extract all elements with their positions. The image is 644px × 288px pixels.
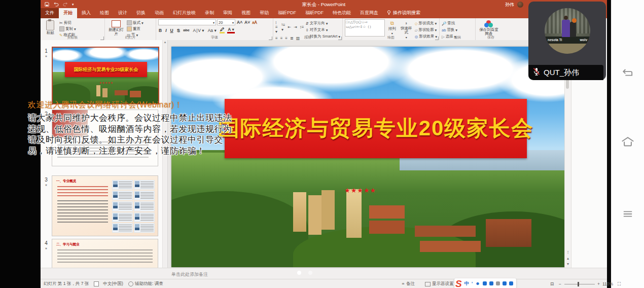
zoom-slider[interactable] xyxy=(564,284,595,284)
fit-to-window-icon[interactable]: ⛶ xyxy=(618,281,621,287)
tab-view[interactable]: 视图 xyxy=(237,8,255,18)
shrink-font-button[interactable]: A˅ xyxy=(244,20,251,25)
notes-toggle-button[interactable]: ≐备注 xyxy=(402,281,415,287)
ime-emoji-icon[interactable]: ☻ xyxy=(475,281,480,286)
tab-slideshow[interactable]: 幻灯片放映 xyxy=(168,8,200,18)
notes-pane[interactable]: 单击此处添加备注 xyxy=(41,268,607,279)
ime-skin-icon[interactable] xyxy=(503,281,507,285)
participant-video-tile[interactable]: nesota Ti wolv QUT_孙伟 xyxy=(528,2,606,80)
next-slide-up-icon[interactable]: ▴ xyxy=(565,256,571,261)
char-spacing-button[interactable]: A∣V ▾ xyxy=(192,28,204,33)
tab-insert[interactable]: 插入 xyxy=(77,8,95,18)
zoom-in-button[interactable]: + xyxy=(597,281,600,286)
tab-draw[interactable]: 绘图 xyxy=(95,8,114,18)
tab-transitions[interactable]: 切换 xyxy=(132,8,150,18)
reset-button[interactable]: 重置 xyxy=(127,26,144,31)
underline-button[interactable]: U xyxy=(170,28,174,33)
font-dialog-launcher[interactable] xyxy=(269,37,272,40)
bold-button[interactable]: B xyxy=(158,28,162,33)
tab-design[interactable]: 设计 xyxy=(114,8,132,18)
replace-button[interactable]: ab替换 ▾ xyxy=(442,27,457,32)
ime-voice-icon[interactable] xyxy=(483,281,487,285)
font-size-combo[interactable]: 20▾ xyxy=(217,19,235,25)
thumbnail-scrollbar[interactable]: ▴ xyxy=(162,40,167,268)
slide-counter: 幻灯片 第 1 张，共 7 张 xyxy=(44,281,89,287)
accessibility-status[interactable]: 辅助功能: 调查 xyxy=(128,281,163,287)
zoom-slider-thumb[interactable] xyxy=(578,282,579,286)
participant-avatar: nesota Ti wolv xyxy=(545,8,590,54)
slide-thumbnail-1[interactable]: 国际经济与贸易专业20级家长会 ★★★★★ xyxy=(52,47,159,104)
ime-toolbox-icon[interactable] xyxy=(509,281,513,285)
android-back-button[interactable] xyxy=(611,63,644,85)
slide-thumbnail-2[interactable] xyxy=(52,110,158,166)
font-name-combo[interactable]: ▾ xyxy=(158,19,216,25)
tab-file[interactable]: 文件 xyxy=(41,8,59,18)
layout-button[interactable]: 版式 ▾ xyxy=(127,20,144,25)
basketball xyxy=(572,18,577,23)
shapes-gallery[interactable]: □○△▽◇⬠☆⇨ ▭△▱○⇦⇩☆（） xyxy=(345,19,385,37)
account-avatar[interactable] xyxy=(517,2,523,8)
tab-foxit-pdf-1[interactable]: 福昕PDF xyxy=(273,8,301,18)
change-case-button[interactable]: Aa ▾ xyxy=(207,28,217,33)
slideshow-view-icon[interactable]: ⊟ xyxy=(550,281,554,286)
zoom-out-button[interactable]: − xyxy=(559,281,561,286)
line-spacing-button[interactable]: ↕≡ xyxy=(300,25,304,29)
recents-icon xyxy=(621,207,635,223)
spellcheck-icon[interactable] xyxy=(94,281,99,286)
next-slide-button[interactable]: ▾ xyxy=(565,261,571,267)
tab-review[interactable]: 审阅 xyxy=(219,8,237,18)
group-editing: 🔎查找 ab替换 ▾ ▷选择 ▾ 编辑 xyxy=(440,18,476,41)
ime-language-toggle[interactable]: 中 xyxy=(464,280,469,287)
tab-foxit-pdf-2[interactable]: 福昕PDF xyxy=(301,8,328,18)
tell-me-search[interactable]: 操作说明搜索 xyxy=(383,8,424,18)
tab-special-features[interactable]: 特色功能 xyxy=(328,8,355,18)
tab-home[interactable]: 开始 xyxy=(59,8,77,18)
slide-canvas[interactable]: 国际经济与贸易专业20级家长会 ★★★★★ xyxy=(171,47,564,267)
zoom-percentage[interactable]: 110% xyxy=(602,281,613,286)
tab-animations[interactable]: 动画 xyxy=(150,8,168,18)
clear-formatting-button[interactable]: 🗚 xyxy=(252,20,258,25)
copy-button[interactable]: 复制 ▾ xyxy=(59,26,76,31)
align-text-button[interactable]: ⇳ 对齐文本 ▾ xyxy=(306,27,341,32)
group-font: ▾ 20▾ A˄ A˅ 🗚 B I U S abc A∣V ▾ Aa ▾ 🖍 A… xyxy=(156,18,273,41)
decrease-indent-button[interactable]: ⇤ xyxy=(288,25,291,29)
notes-placeholder[interactable]: 单击此处添加备注 xyxy=(171,271,208,278)
text-direction-button[interactable]: ⇵ 文字方向 ▾ xyxy=(306,21,341,26)
grow-font-button[interactable]: A˄ xyxy=(236,20,243,25)
cut-button[interactable]: ✂剪切 xyxy=(59,20,76,25)
tab-help[interactable]: 帮助 xyxy=(255,8,273,18)
display-settings-button[interactable]: 显示器设置 xyxy=(425,281,454,287)
find-button[interactable]: 🔎查找 xyxy=(442,21,457,26)
sogou-logo[interactable]: S xyxy=(455,279,462,288)
strikethrough-button[interactable]: abc xyxy=(183,28,190,32)
android-home-button[interactable] xyxy=(611,132,644,154)
slide-4-number: 4 ★ xyxy=(43,240,50,250)
ime-punctuation-icon[interactable]: ’ xyxy=(472,281,473,286)
numbering-button[interactable]: ¹≡ ▾ xyxy=(281,23,285,32)
ime-keyboard-icon[interactable] xyxy=(489,281,493,285)
tab-baidu-netdisk[interactable]: 百度网盘 xyxy=(355,8,383,18)
letterbox-right xyxy=(607,0,611,288)
text-shadow-button[interactable]: S xyxy=(176,28,181,33)
highlight-button[interactable]: 🖍 xyxy=(220,27,225,33)
ime-toolbar[interactable]: S 中 ’ ☻ xyxy=(454,278,516,288)
tab-record[interactable]: 录制 xyxy=(200,8,219,18)
increase-indent-button[interactable]: ⇥ xyxy=(294,25,297,29)
home-icon xyxy=(620,134,635,152)
previous-slide-button[interactable]: ⊺ xyxy=(565,250,571,256)
slide-3-number: 3 ★ xyxy=(43,177,50,187)
shape-outline-button[interactable]: ▱形状轮廓 ▾ xyxy=(415,27,437,32)
language-indicator[interactable]: 中文(中国) xyxy=(103,281,123,287)
clipboard-dialog-launcher[interactable] xyxy=(100,37,104,40)
drawing-dialog-launcher[interactable] xyxy=(435,37,439,40)
shape-fill-button[interactable]: ◇形状填充 ▾ xyxy=(415,21,437,26)
font-color-button[interactable]: A ▾ xyxy=(227,27,234,33)
paragraph-dialog-launcher[interactable] xyxy=(338,37,342,40)
ime-profile-icon[interactable] xyxy=(496,281,500,285)
slide-stars: ★★★★★ xyxy=(344,187,376,194)
account-name[interactable]: 孙伟 xyxy=(505,2,514,8)
italic-button[interactable]: I xyxy=(165,28,167,33)
slide-thumbnail-3[interactable]: 一、专业概况 xyxy=(52,175,158,236)
android-recents-button[interactable] xyxy=(611,204,644,226)
bullets-button[interactable]: ⁝≡ ▾ xyxy=(275,20,279,34)
